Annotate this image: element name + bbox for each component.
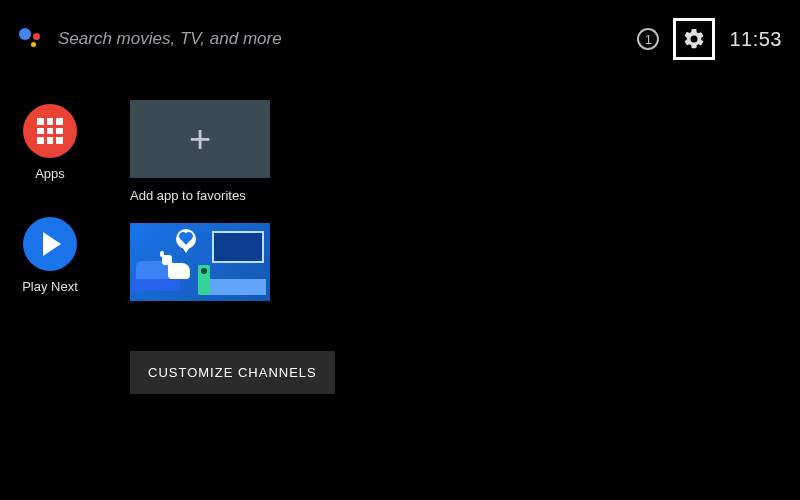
add-favorite-tile[interactable]: + (130, 100, 270, 178)
top-right-controls: 1 11:53 (637, 18, 782, 60)
playnext-tile[interactable] (130, 223, 270, 301)
apps-icon (23, 104, 77, 158)
sidebar-item-playnext[interactable]: Play Next (22, 217, 78, 294)
top-bar: Search movies, TV, and more 1 11:53 (0, 0, 800, 60)
settings-button[interactable] (673, 18, 715, 60)
customize-channels-button[interactable]: CUSTOMIZE CHANNELS (130, 351, 335, 394)
notifications-icon[interactable]: 1 (637, 28, 659, 50)
clock: 11:53 (729, 28, 782, 51)
sidebar-label-playnext: Play Next (22, 279, 78, 294)
assistant-icon (18, 26, 44, 52)
gear-icon (682, 27, 706, 51)
sidebar: Apps Play Next (0, 100, 100, 294)
sidebar-label-apps: Apps (35, 166, 65, 181)
search-input[interactable]: Search movies, TV, and more (58, 29, 637, 49)
play-icon (23, 217, 77, 271)
main-area: + Add app to favorites CUSTOMIZE CHANNEL… (130, 100, 800, 394)
add-favorite-label: Add app to favorites (130, 188, 800, 203)
plus-icon: + (189, 120, 211, 158)
content: Apps Play Next + Add app to favorites CU… (0, 100, 800, 394)
sidebar-item-apps[interactable]: Apps (23, 104, 77, 181)
